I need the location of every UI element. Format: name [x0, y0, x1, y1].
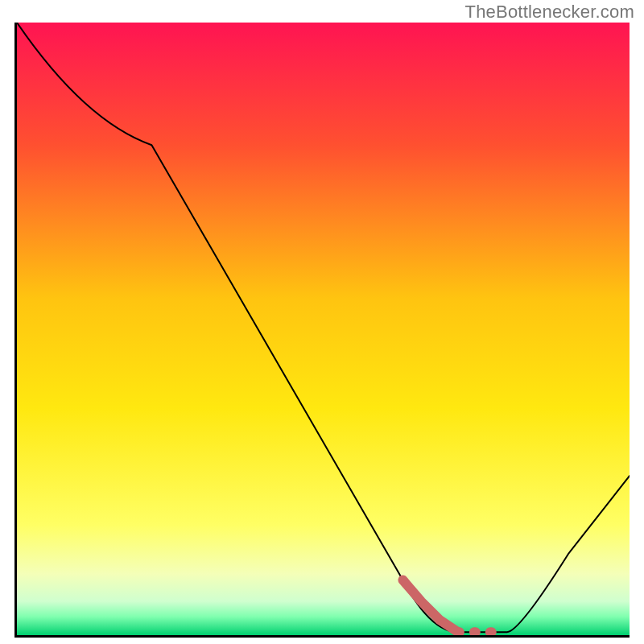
- chart-svg: [17, 23, 630, 635]
- plot-area: [14, 23, 630, 638]
- attribution-text: TheBottlenecker.com: [465, 2, 634, 23]
- gradient-background: [17, 23, 630, 635]
- chart-container: TheBottlenecker.com: [0, 0, 644, 644]
